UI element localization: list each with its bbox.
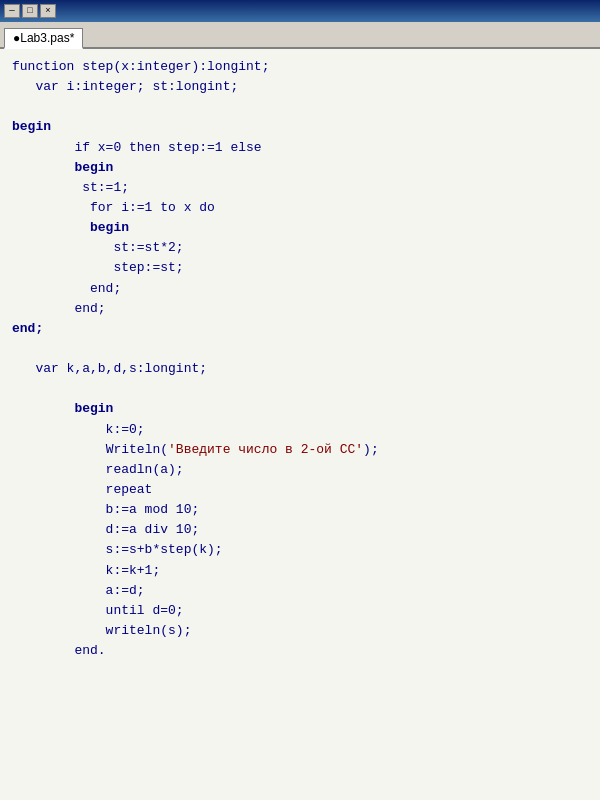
tab-lab3[interactable]: ●Lab3.pas* — [4, 28, 83, 49]
code-line: writeln(s); — [12, 621, 588, 641]
code-line: begin — [12, 117, 588, 137]
code-line: end; — [12, 279, 588, 299]
code-editor[interactable]: function step(x:integer):longint; var i:… — [0, 49, 600, 800]
code-line: begin — [12, 158, 588, 178]
code-line: repeat — [12, 480, 588, 500]
code-line: readln(a); — [12, 460, 588, 480]
maximize-button[interactable]: □ — [22, 4, 38, 18]
code-line: function step(x:integer):longint; — [12, 57, 588, 77]
code-line: until d=0; — [12, 601, 588, 621]
code-empty-line — [12, 97, 588, 117]
code-line: for i:=1 to x do — [12, 198, 588, 218]
code-line: var k,a,b,d,s:longint; — [12, 359, 588, 379]
code-line: begin — [12, 218, 588, 238]
code-line: a:=d; — [12, 581, 588, 601]
code-line: Writeln('Введите число в 2-ой СС'); — [12, 440, 588, 460]
tab-bar: ●Lab3.pas* — [0, 22, 600, 49]
main-window: ─ □ × ●Lab3.pas* function step(x:integer… — [0, 0, 600, 800]
minimize-button[interactable]: ─ — [4, 4, 20, 18]
code-line: var i:integer; st:longint; — [12, 77, 588, 97]
close-button[interactable]: × — [40, 4, 56, 18]
code-line: end. — [12, 641, 588, 661]
code-line: k:=k+1; — [12, 561, 588, 581]
code-line: s:=s+b*step(k); — [12, 540, 588, 560]
window-controls: ─ □ × — [4, 4, 56, 18]
title-bar: ─ □ × — [0, 0, 600, 22]
code-line: b:=a mod 10; — [12, 500, 588, 520]
code-line: end; — [12, 299, 588, 319]
code-line: begin — [12, 399, 588, 419]
code-line: if x=0 then step:=1 else — [12, 138, 588, 158]
code-line: st:=st*2; — [12, 238, 588, 258]
code-empty-line — [12, 379, 588, 399]
code-line: end; — [12, 319, 588, 339]
code-line: d:=a div 10; — [12, 520, 588, 540]
code-line: k:=0; — [12, 420, 588, 440]
code-line: step:=st; — [12, 258, 588, 278]
code-empty-line — [12, 339, 588, 359]
code-line: st:=1; — [12, 178, 588, 198]
